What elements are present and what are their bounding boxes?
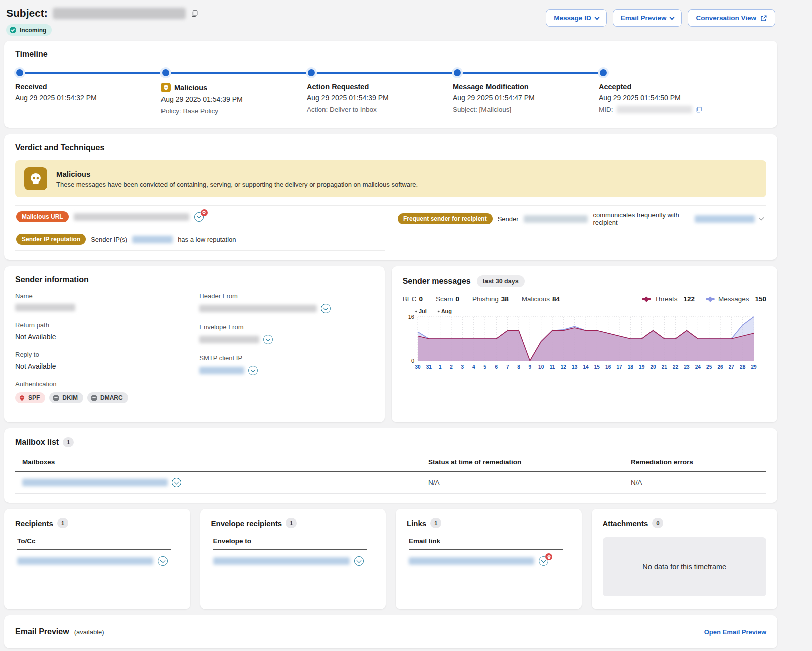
recipient-redacted [17, 557, 153, 565]
expand-envelope-recipient-chevron-icon[interactable] [354, 556, 364, 566]
timeline-dot-accepted [600, 69, 607, 76]
name-redacted [15, 304, 75, 311]
expand-header-from-chevron-icon[interactable] [321, 304, 331, 313]
milestone-label: Action Requested [307, 83, 447, 91]
none-circle-minus-icon [53, 395, 59, 401]
threats-marker-icon [642, 298, 651, 300]
svg-text:20: 20 [650, 364, 656, 370]
milestone-datetime: Aug 29 2025 01:54:47 PM [453, 94, 593, 102]
svg-text:17: 17 [616, 364, 622, 370]
recipients-count-badge: 1 [57, 518, 68, 528]
list-item [213, 550, 367, 572]
list-item [17, 550, 171, 572]
chevron-down-icon [670, 15, 675, 20]
svg-text:14: 14 [583, 364, 589, 370]
field-return-path: Return path Not Available [15, 321, 189, 341]
expand-recipient-chevron-icon[interactable] [158, 556, 168, 566]
milestone-meta: MID: [599, 106, 739, 113]
smtp-ip-redacted [199, 367, 244, 374]
links-count-badge: 1 [430, 518, 441, 528]
frequent-sender-prefix: Sender [498, 215, 519, 223]
table-row: N/A N/A [15, 471, 766, 494]
expand-envelope-from-chevron-icon[interactable] [263, 335, 273, 344]
milestone-label: Malicious [161, 83, 301, 92]
envelope-from-redacted [199, 336, 259, 343]
svg-text:15: 15 [594, 364, 600, 370]
message-detail-page: Subject: Incoming Message ID Email Previ… [4, 0, 777, 651]
direction-badge: Incoming [6, 24, 52, 36]
svg-text:10: 10 [538, 364, 544, 370]
return-path-label: Return path [15, 321, 189, 329]
return-path-value: Not Available [15, 333, 189, 341]
svg-text:18: 18 [627, 364, 633, 370]
external-link-icon [760, 15, 767, 22]
message-id-button-label: Message ID [554, 14, 591, 22]
sender-messages-chart: 1603031123456789101112131415161718192021… [403, 308, 757, 378]
copy-subject-icon[interactable] [191, 10, 198, 17]
timeline-title: Timeline [15, 50, 766, 59]
attachments-card: Attachments 0 No data for this timeframe [592, 509, 778, 609]
header-from-label: Header From [199, 292, 373, 300]
timeline-dot-malicious [162, 69, 169, 76]
threat-skull-icon [201, 209, 208, 216]
incoming-check-icon [9, 26, 17, 34]
malicious-url-redacted [74, 213, 189, 221]
email-preview-title: Email Preview [15, 627, 69, 636]
legend-messages: Messages150 [706, 295, 766, 303]
milestone-malicious: Malicious Aug 29 2025 01:54:39 PM Policy… [161, 83, 301, 115]
dkim-auth-badge: DKIM [49, 392, 83, 403]
threat-skull-icon [545, 553, 552, 560]
field-reply-to: Reply to Not Available [15, 351, 189, 370]
field-name: Name [15, 292, 189, 311]
svg-text:2: 2 [450, 364, 453, 370]
milestone-label: Received [15, 83, 155, 91]
envelope-recipients-count-badge: 1 [286, 518, 297, 528]
svg-text:0: 0 [411, 358, 414, 364]
email-preview-button[interactable]: Email Preview [613, 9, 682, 27]
sender-information-card: Sender information Name Return path Not … [4, 266, 385, 422]
svg-text:25: 25 [706, 364, 712, 370]
stat-phishing: Phishing38 [472, 295, 509, 303]
timeline-dot-action-requested [308, 69, 315, 76]
svg-text:13: 13 [572, 364, 578, 370]
mid-label: MID: [599, 106, 613, 113]
malicious-skull-icon [161, 83, 171, 92]
message-id-button[interactable]: Message ID [546, 9, 606, 27]
frequent-sender-redacted [524, 215, 588, 223]
stat-scam: Scam0 [436, 295, 459, 303]
frequent-sender-suffix: communicates frequently with recipient [593, 211, 689, 226]
smtp-client-ip-label: SMTP client IP [199, 354, 373, 362]
page-header: Subject: Incoming Message ID Email Previ… [4, 3, 777, 41]
spf-auth-badge: SPF [15, 392, 45, 403]
messages-marker-icon [706, 298, 715, 300]
links-title: Links [407, 519, 426, 528]
attachments-empty-state: No data for this timeframe [603, 537, 767, 596]
open-email-preview-link[interactable]: Open Email Preview [704, 628, 766, 636]
expand-mailbox-chevron-icon[interactable] [172, 478, 181, 487]
timeframe-badge: last 30 days [477, 275, 525, 287]
copy-mid-icon[interactable] [696, 106, 702, 113]
svg-text:19: 19 [639, 364, 645, 370]
dkim-label: DKIM [62, 394, 78, 401]
sender-ip-prefix: Sender IP(s) [91, 236, 127, 243]
milestone-meta: Subject: [Malicious] [453, 106, 593, 113]
list-item [409, 550, 563, 572]
expand-smtp-ip-chevron-icon[interactable] [248, 366, 258, 375]
conversation-view-button[interactable]: Conversation View [688, 9, 775, 27]
svg-text:11: 11 [549, 364, 555, 370]
status-value: N/A [428, 471, 631, 494]
column-errors: Remediation errors [631, 454, 766, 471]
svg-text:30: 30 [415, 364, 421, 370]
expand-frequent-sender-chevron-icon[interactable] [759, 215, 764, 221]
svg-text:16: 16 [605, 364, 611, 370]
chevron-down-icon [594, 15, 599, 20]
milestone-accepted: Accepted Aug 29 2025 01:54:50 PM MID: [599, 83, 739, 113]
mailbox-list-card: Mailbox list 1 Mailboxes Status at time … [4, 428, 777, 503]
dmarc-label: DMARC [100, 394, 123, 401]
sender-ip-reputation-badge: Sender IP reputation [16, 234, 86, 245]
technique-malicious-url: Malicious URL [15, 206, 385, 228]
milestone-datetime: Aug 29 2025 01:54:39 PM [161, 95, 301, 103]
column-status: Status at time of remediation [428, 454, 631, 471]
reply-to-value: Not Available [15, 362, 189, 370]
milestone-received: Received Aug 29 2025 01:54:32 PM [15, 83, 155, 102]
